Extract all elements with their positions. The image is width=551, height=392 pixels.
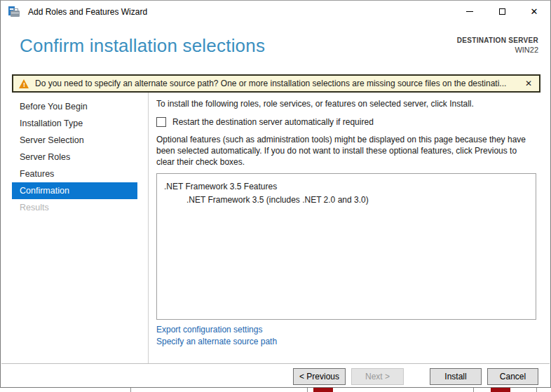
page-title: Confirm installation selections [20,35,265,57]
sidebar-divider [148,93,149,363]
background-gridline [473,388,474,392]
optional-features-note: Optional features (such as administratio… [156,134,532,168]
selected-features-listbox: .NET Framework 3.5 Features .NET Framewo… [156,173,536,320]
export-configuration-link[interactable]: Export configuration settings [156,324,277,336]
background-gridline [307,388,308,392]
restart-checkbox[interactable] [156,117,166,127]
close-button[interactable]: ✕ [518,1,550,22]
window-title: Add Roles and Features Wizard [28,7,147,17]
nav-item-server-selection[interactable]: Server Selection [12,132,137,149]
maximize-icon [499,8,505,15]
nav-item-features[interactable]: Features [12,165,137,182]
action-links: Export configuration settings Specify an… [156,324,277,348]
background-window-edge [0,388,551,392]
warning-banner: ! Do you need to specify an alternate so… [12,74,540,93]
nav-item-server-roles[interactable]: Server Roles [12,149,137,165]
background-gridline [536,388,537,392]
restart-option-row: Restart the destination server automatic… [156,117,374,127]
cancel-button[interactable]: Cancel [487,368,538,385]
install-instruction-text: To install the following roles, role ser… [156,99,474,109]
nav-item-results: Results [12,199,137,216]
warning-icon: ! [19,79,29,88]
feature-item[interactable]: .NET Framework 3.5 Features [157,180,536,194]
maximize-button[interactable] [486,1,518,22]
background-red-status-bar [491,388,510,392]
wizard-window: Add Roles and Features Wizard ✕ Confirm … [0,0,551,388]
next-button: Next > [351,368,404,385]
alternate-source-path-link[interactable]: Specify an alternate source path [156,336,277,348]
destination-server-name: WIN22 [457,46,538,54]
destination-server-label: DESTINATION SERVER [457,36,538,44]
nav-item-confirmation[interactable]: Confirmation [12,182,137,199]
window-controls: ✕ [454,1,550,22]
restart-checkbox-label: Restart the destination server automatic… [172,117,374,127]
minimize-button[interactable] [454,1,486,22]
feature-subitem[interactable]: .NET Framework 3.5 (includes .NET 2.0 an… [157,194,536,207]
wizard-steps-nav: Before You Begin Installation Type Serve… [12,98,137,216]
nav-item-before-you-begin[interactable]: Before You Begin [12,98,137,115]
titlebar: Add Roles and Features Wizard ✕ [1,1,550,22]
previous-button[interactable]: < Previous [293,368,346,385]
nav-item-installation-type[interactable]: Installation Type [12,115,137,132]
install-button[interactable]: Install [430,368,482,385]
background-red-status-bar [313,388,333,392]
background-gridline [130,388,131,392]
footer-divider [1,363,550,364]
server-manager-icon [8,6,20,18]
warning-message: Do you need to specify an alternate sour… [35,79,519,88]
destination-server-block: DESTINATION SERVER WIN22 [457,36,538,54]
close-icon: ✕ [531,7,538,16]
warning-close-icon[interactable]: ✕ [525,79,532,88]
minimize-icon [466,11,473,12]
